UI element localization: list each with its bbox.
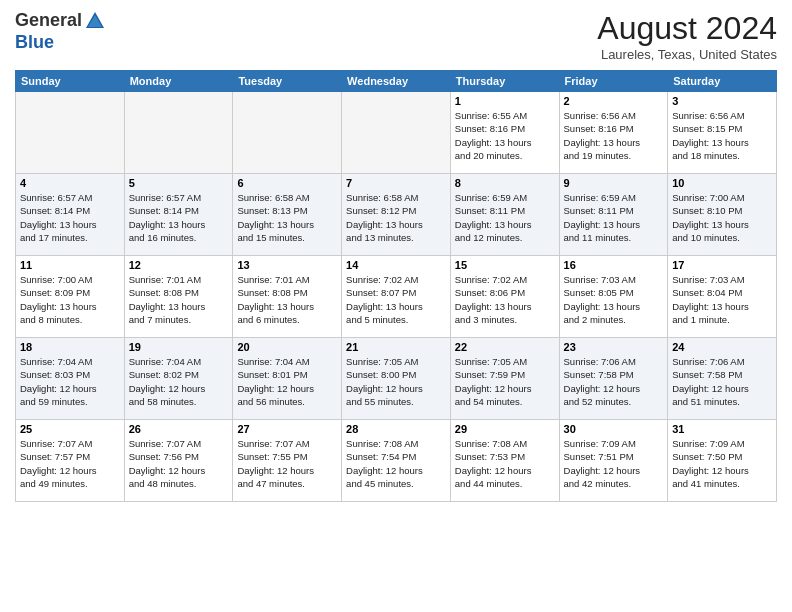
day-detail: Sunrise: 6:59 AM Sunset: 8:11 PM Dayligh… xyxy=(564,191,664,244)
week-row-5: 25Sunrise: 7:07 AM Sunset: 7:57 PM Dayli… xyxy=(16,420,777,502)
calendar-cell xyxy=(342,92,451,174)
calendar-cell: 11Sunrise: 7:00 AM Sunset: 8:09 PM Dayli… xyxy=(16,256,125,338)
day-number: 13 xyxy=(237,259,337,271)
weekday-header-sunday: Sunday xyxy=(16,71,125,92)
calendar-cell: 25Sunrise: 7:07 AM Sunset: 7:57 PM Dayli… xyxy=(16,420,125,502)
day-detail: Sunrise: 7:06 AM Sunset: 7:58 PM Dayligh… xyxy=(564,355,664,408)
calendar-cell: 18Sunrise: 7:04 AM Sunset: 8:03 PM Dayli… xyxy=(16,338,125,420)
day-number: 31 xyxy=(672,423,772,435)
logo-blue-text: Blue xyxy=(15,32,54,52)
day-number: 29 xyxy=(455,423,555,435)
calendar-cell: 13Sunrise: 7:01 AM Sunset: 8:08 PM Dayli… xyxy=(233,256,342,338)
location: Laureles, Texas, United States xyxy=(597,47,777,62)
day-number: 19 xyxy=(129,341,229,353)
day-number: 20 xyxy=(237,341,337,353)
day-number: 9 xyxy=(564,177,664,189)
weekday-header-tuesday: Tuesday xyxy=(233,71,342,92)
day-number: 22 xyxy=(455,341,555,353)
calendar-cell: 2Sunrise: 6:56 AM Sunset: 8:16 PM Daylig… xyxy=(559,92,668,174)
calendar-cell: 27Sunrise: 7:07 AM Sunset: 7:55 PM Dayli… xyxy=(233,420,342,502)
day-number: 23 xyxy=(564,341,664,353)
calendar-cell: 19Sunrise: 7:04 AM Sunset: 8:02 PM Dayli… xyxy=(124,338,233,420)
calendar-cell: 24Sunrise: 7:06 AM Sunset: 7:58 PM Dayli… xyxy=(668,338,777,420)
calendar-table: SundayMondayTuesdayWednesdayThursdayFrid… xyxy=(15,70,777,502)
calendar-cell: 8Sunrise: 6:59 AM Sunset: 8:11 PM Daylig… xyxy=(450,174,559,256)
calendar-cell: 4Sunrise: 6:57 AM Sunset: 8:14 PM Daylig… xyxy=(16,174,125,256)
week-row-4: 18Sunrise: 7:04 AM Sunset: 8:03 PM Dayli… xyxy=(16,338,777,420)
day-detail: Sunrise: 7:02 AM Sunset: 8:06 PM Dayligh… xyxy=(455,273,555,326)
day-number: 7 xyxy=(346,177,446,189)
month-title: August 2024 xyxy=(597,10,777,47)
calendar-cell xyxy=(124,92,233,174)
calendar-cell: 17Sunrise: 7:03 AM Sunset: 8:04 PM Dayli… xyxy=(668,256,777,338)
day-detail: Sunrise: 7:04 AM Sunset: 8:01 PM Dayligh… xyxy=(237,355,337,408)
weekday-header-thursday: Thursday xyxy=(450,71,559,92)
logo-general-text: General xyxy=(15,10,82,32)
day-number: 26 xyxy=(129,423,229,435)
day-detail: Sunrise: 7:05 AM Sunset: 8:00 PM Dayligh… xyxy=(346,355,446,408)
day-number: 5 xyxy=(129,177,229,189)
day-number: 30 xyxy=(564,423,664,435)
day-number: 3 xyxy=(672,95,772,107)
day-number: 8 xyxy=(455,177,555,189)
day-detail: Sunrise: 6:56 AM Sunset: 8:15 PM Dayligh… xyxy=(672,109,772,162)
calendar-cell: 29Sunrise: 7:08 AM Sunset: 7:53 PM Dayli… xyxy=(450,420,559,502)
day-detail: Sunrise: 7:09 AM Sunset: 7:50 PM Dayligh… xyxy=(672,437,772,490)
calendar-cell: 26Sunrise: 7:07 AM Sunset: 7:56 PM Dayli… xyxy=(124,420,233,502)
week-row-1: 1Sunrise: 6:55 AM Sunset: 8:16 PM Daylig… xyxy=(16,92,777,174)
day-detail: Sunrise: 7:03 AM Sunset: 8:04 PM Dayligh… xyxy=(672,273,772,326)
day-number: 10 xyxy=(672,177,772,189)
day-number: 27 xyxy=(237,423,337,435)
calendar-cell: 28Sunrise: 7:08 AM Sunset: 7:54 PM Dayli… xyxy=(342,420,451,502)
day-number: 6 xyxy=(237,177,337,189)
weekday-header-saturday: Saturday xyxy=(668,71,777,92)
day-detail: Sunrise: 6:57 AM Sunset: 8:14 PM Dayligh… xyxy=(129,191,229,244)
calendar-cell: 6Sunrise: 6:58 AM Sunset: 8:13 PM Daylig… xyxy=(233,174,342,256)
day-detail: Sunrise: 7:08 AM Sunset: 7:54 PM Dayligh… xyxy=(346,437,446,490)
day-number: 28 xyxy=(346,423,446,435)
day-detail: Sunrise: 7:04 AM Sunset: 8:02 PM Dayligh… xyxy=(129,355,229,408)
day-number: 25 xyxy=(20,423,120,435)
week-row-2: 4Sunrise: 6:57 AM Sunset: 8:14 PM Daylig… xyxy=(16,174,777,256)
day-detail: Sunrise: 6:59 AM Sunset: 8:11 PM Dayligh… xyxy=(455,191,555,244)
day-detail: Sunrise: 7:05 AM Sunset: 7:59 PM Dayligh… xyxy=(455,355,555,408)
calendar-cell: 12Sunrise: 7:01 AM Sunset: 8:08 PM Dayli… xyxy=(124,256,233,338)
calendar-cell: 31Sunrise: 7:09 AM Sunset: 7:50 PM Dayli… xyxy=(668,420,777,502)
week-row-3: 11Sunrise: 7:00 AM Sunset: 8:09 PM Dayli… xyxy=(16,256,777,338)
day-detail: Sunrise: 7:07 AM Sunset: 7:56 PM Dayligh… xyxy=(129,437,229,490)
calendar-cell: 5Sunrise: 6:57 AM Sunset: 8:14 PM Daylig… xyxy=(124,174,233,256)
day-number: 14 xyxy=(346,259,446,271)
logo: General Blue xyxy=(15,10,106,54)
calendar-cell: 23Sunrise: 7:06 AM Sunset: 7:58 PM Dayli… xyxy=(559,338,668,420)
day-detail: Sunrise: 6:58 AM Sunset: 8:13 PM Dayligh… xyxy=(237,191,337,244)
day-detail: Sunrise: 7:09 AM Sunset: 7:51 PM Dayligh… xyxy=(564,437,664,490)
calendar-cell: 22Sunrise: 7:05 AM Sunset: 7:59 PM Dayli… xyxy=(450,338,559,420)
calendar-cell: 7Sunrise: 6:58 AM Sunset: 8:12 PM Daylig… xyxy=(342,174,451,256)
calendar-cell: 14Sunrise: 7:02 AM Sunset: 8:07 PM Dayli… xyxy=(342,256,451,338)
calendar-cell: 21Sunrise: 7:05 AM Sunset: 8:00 PM Dayli… xyxy=(342,338,451,420)
day-detail: Sunrise: 7:06 AM Sunset: 7:58 PM Dayligh… xyxy=(672,355,772,408)
calendar-cell: 1Sunrise: 6:55 AM Sunset: 8:16 PM Daylig… xyxy=(450,92,559,174)
day-detail: Sunrise: 7:04 AM Sunset: 8:03 PM Dayligh… xyxy=(20,355,120,408)
day-detail: Sunrise: 6:56 AM Sunset: 8:16 PM Dayligh… xyxy=(564,109,664,162)
page: General Blue August 2024 Laureles, Texas… xyxy=(0,0,792,612)
day-detail: Sunrise: 7:03 AM Sunset: 8:05 PM Dayligh… xyxy=(564,273,664,326)
calendar-cell: 9Sunrise: 6:59 AM Sunset: 8:11 PM Daylig… xyxy=(559,174,668,256)
day-detail: Sunrise: 7:07 AM Sunset: 7:55 PM Dayligh… xyxy=(237,437,337,490)
weekday-header-friday: Friday xyxy=(559,71,668,92)
day-number: 1 xyxy=(455,95,555,107)
calendar-cell: 3Sunrise: 6:56 AM Sunset: 8:15 PM Daylig… xyxy=(668,92,777,174)
day-detail: Sunrise: 6:57 AM Sunset: 8:14 PM Dayligh… xyxy=(20,191,120,244)
calendar-cell: 15Sunrise: 7:02 AM Sunset: 8:06 PM Dayli… xyxy=(450,256,559,338)
day-detail: Sunrise: 7:01 AM Sunset: 8:08 PM Dayligh… xyxy=(237,273,337,326)
logo-icon xyxy=(84,10,106,32)
day-detail: Sunrise: 7:07 AM Sunset: 7:57 PM Dayligh… xyxy=(20,437,120,490)
calendar-cell xyxy=(16,92,125,174)
day-number: 2 xyxy=(564,95,664,107)
day-number: 4 xyxy=(20,177,120,189)
weekday-header-wednesday: Wednesday xyxy=(342,71,451,92)
day-detail: Sunrise: 6:58 AM Sunset: 8:12 PM Dayligh… xyxy=(346,191,446,244)
day-number: 16 xyxy=(564,259,664,271)
calendar-cell: 30Sunrise: 7:09 AM Sunset: 7:51 PM Dayli… xyxy=(559,420,668,502)
day-number: 15 xyxy=(455,259,555,271)
